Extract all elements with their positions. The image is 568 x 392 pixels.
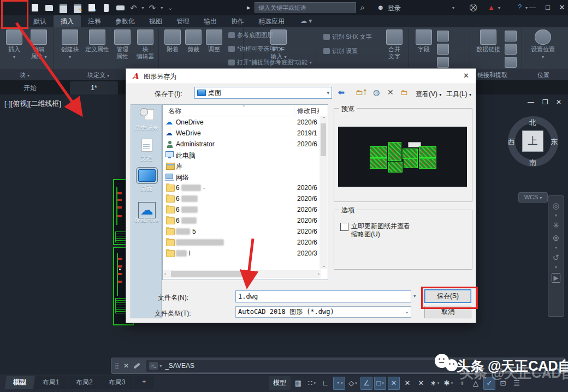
selection-cycling-icon[interactable]: ✕ — [415, 377, 427, 390]
command-input[interactable]: >_ ▾ _SAVEAS — [146, 360, 562, 372]
clean-screen-icon[interactable]: ⊡ — [497, 377, 509, 390]
model-space-button[interactable]: 模型 — [269, 376, 291, 390]
underlay-layers-row[interactable]: 参考底图图层 — [228, 31, 273, 39]
tab-view[interactable]: 视图 — [142, 15, 169, 27]
file-row[interactable]: ☁OneDrive2020/6 — [164, 117, 320, 128]
field-button[interactable]: 字段 — [413, 29, 435, 53]
clip-button[interactable]: 剪裁 — [184, 29, 203, 53]
grid-icon[interactable]: ▦ — [292, 377, 304, 390]
place-history[interactable]: 历史记录 — [131, 108, 162, 132]
signin-dropdown-icon[interactable]: ▾ — [452, 5, 454, 10]
drawing-close-icon[interactable]: ✕ — [556, 98, 561, 106]
search-input[interactable] — [255, 2, 356, 13]
update-sheet-checkbox-label[interactable]: 立即更新图纸并查看缩略图(U) — [351, 222, 410, 239]
column-date[interactable]: 修改日期 — [297, 106, 319, 116]
graphics-performance-icon[interactable]: ✓ — [483, 377, 495, 390]
help-icon[interactable]: ? — [518, 3, 522, 11]
isodraft-icon[interactable]: ◇▾ — [347, 377, 359, 390]
filename-dropdown-icon[interactable]: ▾ — [413, 293, 416, 299]
autodesk-exchange-icon[interactable]: ▲ — [488, 3, 495, 11]
tab-collaborate[interactable]: 协作 — [224, 15, 251, 27]
vertical-scrollbar[interactable]: ⌃ ⌄ — [319, 116, 327, 269]
tab-parametric[interactable]: 参数化 — [108, 15, 142, 27]
edit-attribute-button[interactable]: 编辑属性 ▾ — [27, 29, 50, 61]
viewcube-south[interactable]: 南 — [529, 158, 536, 168]
viewport-controls[interactable]: [-][俯视][二维线框] — [4, 99, 61, 109]
adjust-button[interactable]: 调整 — [204, 29, 224, 53]
file-row[interactable]: 62020/6 — [164, 193, 320, 204]
command-close-icon[interactable]: ✕ — [123, 362, 129, 370]
close-icon[interactable]: ✕ — [555, 3, 568, 11]
scroll-right-icon[interactable]: › — [318, 271, 319, 277]
tab-insert[interactable]: 插入 — [54, 15, 81, 27]
cloud-tab-icon[interactable]: ☁ ▾ — [292, 15, 317, 27]
search-web-icon[interactable]: ◍ — [373, 88, 380, 97]
snap-mode-icon[interactable]: ∷▾ — [306, 377, 318, 390]
tab-featured-apps[interactable]: 精选应用 — [251, 15, 292, 27]
place-documents[interactable]: 文档 — [131, 139, 162, 163]
batch-plot-icon[interactable]: ➜ — [87, 3, 97, 13]
recognize-shx-row[interactable]: 识别 SHX 文字 — [323, 33, 372, 41]
place-desktop[interactable]: 桌面 — [131, 169, 162, 193]
file-tab-start[interactable]: 开始 — [8, 81, 52, 94]
drawing-restore-icon[interactable]: ❐ — [542, 98, 548, 106]
qat-customize-icon[interactable]: ⌄ — [168, 4, 173, 11]
set-location-button[interactable]: 设置位置▾ — [528, 29, 558, 61]
update-sheet-checkbox[interactable] — [340, 223, 348, 231]
scroll-left-icon[interactable]: ‹ — [164, 271, 166, 277]
new-icon[interactable] — [31, 3, 40, 13]
crosshair-icon[interactable]: + — [456, 377, 468, 390]
field-extra-buttons[interactable] — [437, 31, 449, 69]
plot-icon[interactable] — [116, 3, 125, 13]
delete-icon[interactable]: ✕ — [387, 88, 394, 97]
sign-in-link[interactable]: 登录 — [388, 4, 401, 13]
user-icon[interactable]: ☻ — [377, 3, 384, 11]
up-one-level-icon[interactable]: 🗀⭡ — [356, 88, 367, 97]
object-snap-icon[interactable]: □▾ — [374, 377, 386, 390]
workspace-gear-icon[interactable]: ✱▾ — [442, 377, 454, 390]
pdf-import-button[interactable]: PDF输入 ▾ — [268, 29, 289, 61]
block-panel-label[interactable]: 块 ▾ — [20, 71, 29, 79]
file-row[interactable]: 52020/6 — [164, 226, 320, 237]
viewcube-north[interactable]: 北 — [529, 118, 536, 128]
ortho-icon[interactable]: ∟ — [319, 377, 332, 390]
combine-text-button[interactable]: 合并文字 — [383, 29, 405, 60]
file-row[interactable]: ☁WeDrive2019/1 — [164, 128, 320, 139]
annotation-monitor-icon[interactable]: △ — [470, 377, 482, 390]
define-attributes-button[interactable]: 定义属性 — [83, 29, 111, 53]
tools-menu-button[interactable]: 工具(L) ▾ — [446, 90, 471, 99]
save-icon[interactable] — [59, 3, 68, 13]
back-icon[interactable]: ⬅ — [338, 88, 345, 97]
file-row[interactable]: 2020/6 — [164, 237, 320, 248]
block-definition-panel-label[interactable]: 块定义 ▾ — [87, 71, 109, 79]
viewcube-top-face[interactable]: 上 — [522, 130, 543, 152]
full-navigation-wheel-icon[interactable]: ◎ — [552, 201, 559, 210]
pan-hand-icon[interactable]: ✳ — [553, 221, 560, 230]
file-row[interactable]: 62020/6 — [164, 215, 320, 226]
zoom-extents-icon[interactable]: ⊗ — [553, 234, 560, 242]
zoom-dropdown-icon[interactable]: ▾ — [555, 246, 557, 250]
file-row[interactable]: l2020/3 — [164, 248, 320, 259]
redo-dropdown-icon[interactable]: ▾ — [161, 5, 163, 10]
viewcube-east[interactable]: 东 — [551, 137, 558, 147]
orbit-dropdown-icon[interactable]: ▾ — [555, 266, 557, 269]
save-in-combobox[interactable]: 桌面▾ — [194, 87, 332, 99]
wheel-dropdown-icon[interactable]: ▾ — [555, 214, 557, 217]
tab-annotate[interactable]: 注释 — [81, 15, 108, 27]
save-as-icon[interactable]: ✎ — [73, 3, 82, 13]
annotation-visibility-icon[interactable]: ∗▾ — [429, 377, 441, 390]
orbit-icon[interactable]: ↺ — [553, 253, 560, 262]
attach-button[interactable]: 附着 — [163, 29, 182, 53]
layout-tab-2[interactable]: 布局2 — [67, 376, 101, 389]
scroll-down-icon[interactable]: ⌄ — [322, 263, 326, 268]
undo-icon[interactable]: ↶ — [130, 4, 137, 12]
3d-object-snap-icon[interactable]: ✕ — [388, 377, 400, 390]
insert-block-button[interactable]: 插入▾ — [4, 29, 24, 61]
file-row[interactable]: 此电脑 — [164, 150, 320, 161]
recognize-settings-row[interactable]: 识别 设置 — [323, 47, 358, 55]
tab-manage[interactable]: 管理 — [169, 15, 197, 27]
file-row[interactable]: 6-2020/6 — [164, 182, 320, 193]
redo-icon[interactable]: ↷ — [149, 4, 156, 12]
layout-tab-1[interactable]: 布局1 — [34, 376, 68, 389]
new-folder-icon[interactable]: 🗀 — [400, 88, 408, 97]
